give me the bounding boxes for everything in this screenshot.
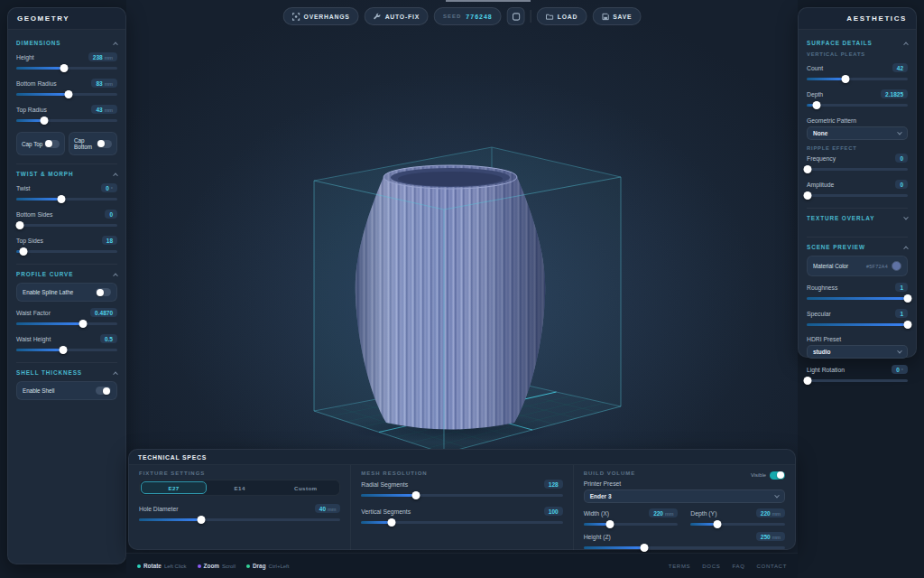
bottom-radius-slider[interactable] <box>16 89 117 98</box>
chevron-down-icon <box>897 348 902 353</box>
radial-segments-slider[interactable] <box>361 490 562 499</box>
bottom-radius-value[interactable]: 83mm <box>91 79 117 88</box>
profile-curve-section-header[interactable]: PROFILE CURVE <box>16 271 117 277</box>
folder-icon <box>546 13 554 21</box>
mesh-resolution-column: MESH RESOLUTION Radial Segments 128 Vert… <box>350 465 572 550</box>
specular-value[interactable]: 1 <box>895 309 908 318</box>
toolbar-divider <box>531 10 531 23</box>
chevron-up-icon <box>113 172 118 178</box>
tab-e27[interactable]: E27 <box>141 481 207 494</box>
link-terms[interactable]: TERMS <box>669 564 691 569</box>
aesthetics-panel-title: AESTHETICS <box>799 8 916 30</box>
wrench-icon <box>374 13 382 21</box>
roughness-slider[interactable] <box>807 294 908 303</box>
tab-custom[interactable]: Custom <box>273 481 338 494</box>
roughness-label: Roughness <box>807 284 837 291</box>
pleat-depth-slider[interactable] <box>807 100 908 109</box>
overhangs-button[interactable]: OVERHANGS <box>283 7 359 25</box>
vertical-segments-value[interactable]: 100 <box>544 507 563 516</box>
height-slider[interactable] <box>16 63 117 72</box>
link-docs[interactable]: DOCS <box>702 564 720 569</box>
geometry-panel: GEOMETRY DIMENSIONS Height 238mm Bottom … <box>7 7 126 564</box>
visible-label: Visible <box>751 472 766 478</box>
frequency-value[interactable]: 0 <box>895 154 908 163</box>
section-profile-curve: PROFILE CURVE Enable Spline Lathe Waist … <box>16 264 117 354</box>
bottom-sides-value[interactable]: 0 <box>105 210 117 219</box>
pleat-count-slider[interactable] <box>807 74 908 83</box>
amplitude-slider[interactable] <box>807 191 908 200</box>
scene-preview-section-header[interactable]: SCENE PREVIEW <box>807 244 908 250</box>
spline-lathe-toggle[interactable] <box>96 288 111 296</box>
link-faq[interactable]: FAQ <box>732 564 744 569</box>
hdri-preset-dropdown[interactable]: studio <box>807 345 908 359</box>
pleat-count-label: Count <box>807 65 823 71</box>
cap-bottom-toggle[interactable] <box>97 140 112 148</box>
height-z-slider[interactable] <box>584 543 785 552</box>
twist-morph-section-header[interactable]: TWIST & MORPH <box>16 171 117 177</box>
top-sides-value[interactable]: 18 <box>102 236 117 245</box>
top-radius-slider[interactable] <box>16 116 117 125</box>
light-rotation-value[interactable]: 0° <box>892 365 908 374</box>
randomize-seed-button[interactable] <box>507 7 525 25</box>
bottom-sides-slider[interactable] <box>16 220 117 229</box>
amplitude-value[interactable]: 0 <box>895 180 908 189</box>
surface-details-section-header[interactable]: SURFACE DETAILS <box>807 40 908 46</box>
waist-factor-value[interactable]: 0.4870 <box>90 308 117 317</box>
load-button[interactable]: LOAD <box>537 7 587 25</box>
waist-factor-slider[interactable] <box>16 319 117 328</box>
technical-specs-title: TECHNICAL SPECS <box>129 450 795 465</box>
frequency-slider[interactable] <box>807 164 908 173</box>
auto-fix-button[interactable]: AUTO-FIX <box>365 7 429 25</box>
hole-diameter-slider[interactable] <box>139 515 340 524</box>
printer-preset-dropdown[interactable]: Ender 3 <box>584 489 785 503</box>
bottom-radius-label: Bottom Radius <box>16 80 57 87</box>
twist-value[interactable]: 0° <box>101 183 117 192</box>
top-sides-slider[interactable] <box>16 247 117 256</box>
shell-thickness-section-header[interactable]: SHELL THICKNESS <box>16 369 117 376</box>
ripple-effect-label: RIPPLE EFFECT <box>807 145 908 151</box>
dimensions-section-header[interactable]: DIMENSIONS <box>16 40 117 46</box>
twist-slider[interactable] <box>16 194 117 203</box>
tab-e14[interactable]: E14 <box>207 481 273 494</box>
light-rotation-slider[interactable] <box>807 376 908 385</box>
roughness-value[interactable]: 1 <box>895 283 908 292</box>
chevron-down-icon <box>903 214 909 219</box>
top-toolbar: OVERHANGS AUTO-FIX SEED 776248 LOAD SAVE <box>283 7 642 25</box>
link-contact[interactable]: CONTACT <box>757 564 787 569</box>
seed-input[interactable]: SEED 776248 <box>434 7 502 25</box>
width-x-slider[interactable] <box>584 519 679 528</box>
save-button[interactable]: SAVE <box>592 7 641 25</box>
texture-overlay-section-header[interactable]: TEXTURE OVERLAY <box>807 215 908 221</box>
top-radius-value[interactable]: 43mm <box>91 105 117 114</box>
build-volume-visible-toggle[interactable] <box>770 471 785 480</box>
enable-shell-toggle[interactable] <box>96 387 111 395</box>
specular-slider[interactable] <box>807 320 908 329</box>
pleat-count-value[interactable]: 42 <box>892 63 908 72</box>
aesthetics-panel: AESTHETICS SURFACE DETAILS VERTICAL PLEA… <box>798 7 917 358</box>
width-x-value[interactable]: 220mm <box>649 508 678 517</box>
chevron-down-icon <box>897 129 902 135</box>
depth-y-slider[interactable] <box>690 519 785 528</box>
geometric-pattern-dropdown[interactable]: None <box>807 126 908 140</box>
save-floppy-icon <box>601 13 609 21</box>
section-shell-thickness: SHELL THICKNESS Enable Shell <box>16 362 117 400</box>
material-color-swatch[interactable] <box>892 261 901 271</box>
vertical-segments-slider[interactable] <box>361 517 562 527</box>
drag-dot-icon <box>246 564 250 568</box>
build-volume-column: BUILD VOLUME Visible Printer Preset Ende… <box>573 465 795 550</box>
geometry-panel-title: GEOMETRY <box>8 8 125 30</box>
waist-height-slider[interactable] <box>16 345 117 354</box>
height-value[interactable]: 238mm <box>88 52 117 61</box>
waist-height-value[interactable]: 0.5 <box>100 334 117 343</box>
pleat-depth-value[interactable]: 2.1825 <box>881 89 908 98</box>
section-dimensions: DIMENSIONS Height 238mm Bottom Radius 83… <box>16 33 117 155</box>
technical-specs-panel: TECHNICAL SPECS FIXTURE SETTINGS E27 E14… <box>128 449 796 550</box>
spline-lathe-row: Enable Spline Lathe <box>16 283 117 302</box>
cap-top-toggle[interactable] <box>44 140 60 148</box>
hole-diameter-value[interactable]: 40mm <box>315 504 341 513</box>
height-z-label: Height (Z) <box>584 534 611 540</box>
radial-segments-value[interactable]: 128 <box>544 480 563 489</box>
height-z-value[interactable]: 250mm <box>756 532 785 541</box>
depth-y-value[interactable]: 220mm <box>756 508 785 517</box>
radial-segments-label: Radial Segments <box>361 481 408 488</box>
